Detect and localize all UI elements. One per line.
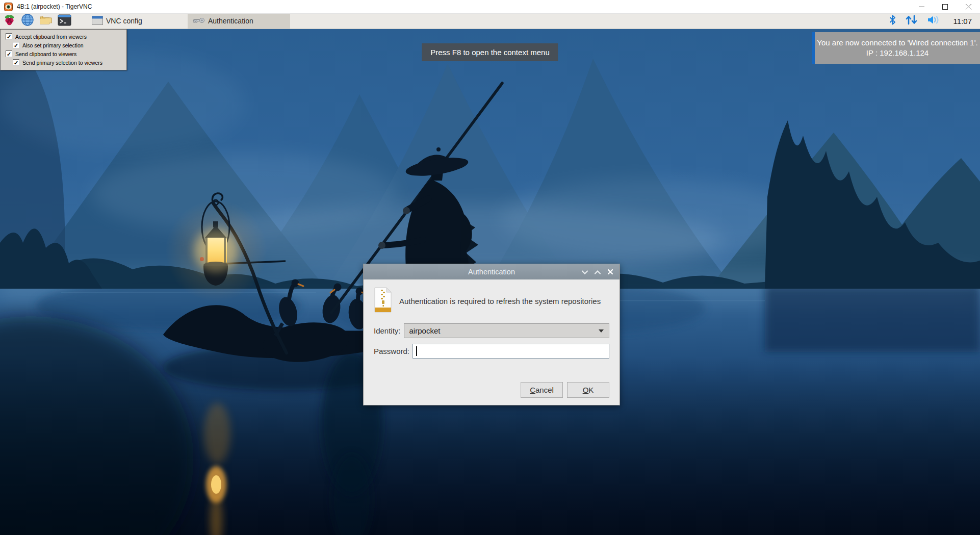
tigervnc-window: 4B:1 (airpocket) - TigerVNC <box>0 0 980 535</box>
checkbox-send-clipboard[interactable]: ✓ <box>6 50 12 57</box>
password-label: Password: <box>374 347 409 355</box>
window-titlebar: 4B:1 (airpocket) - TigerVNC <box>0 0 980 14</box>
vnc-config-panel: ✓ Accept clipboard from viewers ✓ Also s… <box>0 29 127 70</box>
notification-line1: You are now connected to 'Wired connecti… <box>816 38 978 48</box>
terminal-icon <box>58 14 71 28</box>
password-field-wrap <box>412 344 609 359</box>
bluetooth-icon[interactable] <box>889 15 896 27</box>
chevron-down-icon <box>599 329 604 333</box>
password-input[interactable] <box>413 344 609 358</box>
vnc-config-taskbar-button[interactable]: VNC config <box>87 13 154 29</box>
auth-dialog: Authentication Authentication is require… <box>363 264 620 405</box>
pi-taskbar: VNC config Authentication 11:07 <box>0 13 980 29</box>
checkbox-label: Send primary selection to viewers <box>22 60 102 66</box>
taskbar-clock[interactable]: 11:07 <box>953 17 972 26</box>
maximize-button[interactable] <box>933 0 957 13</box>
notification-line2: IP : 192.168.1.124 <box>816 48 978 58</box>
identity-select[interactable]: airpocket <box>404 323 609 338</box>
checkbox-row: ✓ Also set primary selection <box>1 41 126 49</box>
chevron-up-icon <box>595 267 601 276</box>
checkbox-accept-clipboard[interactable]: ✓ <box>6 33 12 40</box>
terminal-launcher[interactable] <box>55 13 73 29</box>
minimize-button[interactable] <box>910 0 933 13</box>
tigervnc-app-icon <box>4 3 13 11</box>
authentication-taskbar-button[interactable]: Authentication <box>188 13 290 29</box>
cancel-button[interactable]: Cancel <box>521 382 563 398</box>
checkbox-label: Send clipboard to viewers <box>15 51 76 57</box>
dialog-close-button[interactable] <box>604 264 616 279</box>
volume-icon[interactable] <box>927 15 941 27</box>
close-button[interactable] <box>957 0 980 13</box>
checkbox-label: Also set primary selection <box>22 42 84 48</box>
check-icon: ✓ <box>7 34 11 39</box>
check-icon: ✓ <box>14 60 18 65</box>
text-caret <box>416 346 417 356</box>
checkbox-label: Accept clipboard from viewers <box>15 34 87 40</box>
f8-context-menu-toast: Press F8 to open the context menu <box>422 43 558 61</box>
dialog-body: Authentication is required to refresh th… <box>364 279 620 405</box>
dialog-titlebar[interactable]: Authentication <box>364 264 620 279</box>
window-icon <box>92 16 103 27</box>
checkbox-row: ✓ Send clipboard to viewers <box>1 49 126 58</box>
system-tray: 11:07 <box>889 15 980 27</box>
ok-button[interactable]: OK <box>567 382 609 398</box>
check-icon: ✓ <box>14 43 18 48</box>
dialog-shade-button[interactable] <box>578 264 591 279</box>
network-notification[interactable]: You are now connected to 'Wired connecti… <box>812 32 980 64</box>
folder-icon <box>39 14 53 28</box>
globe-icon <box>21 13 34 29</box>
checkbox-row: ✓ Send primary selection to viewers <box>1 58 126 67</box>
key-icon <box>193 17 205 25</box>
web-browser-launcher[interactable] <box>18 13 37 29</box>
network-icon[interactable] <box>905 15 918 27</box>
package-zip-icon <box>374 287 392 315</box>
checkbox-send-primary[interactable]: ✓ <box>13 59 19 66</box>
file-manager-launcher[interactable] <box>37 13 55 29</box>
identity-label: Identity: <box>374 326 401 335</box>
raspberry-icon <box>3 14 16 29</box>
dialog-maximize-button[interactable] <box>591 264 604 279</box>
taskbar-button-label: VNC config <box>106 17 142 25</box>
identity-selected-value: airpocket <box>409 326 441 335</box>
close-icon <box>608 267 613 276</box>
window-title: 4B:1 (airpocket) - TigerVNC <box>17 3 92 10</box>
checkbox-row: ✓ Accept clipboard from viewers <box>1 32 126 41</box>
check-icon: ✓ <box>7 52 11 57</box>
checkbox-also-primary[interactable]: ✓ <box>13 42 19 48</box>
menu-button[interactable] <box>0 13 18 29</box>
chevron-down-icon <box>582 267 588 276</box>
taskbar-button-label: Authentication <box>208 17 253 25</box>
dialog-message: Authentication is required to refresh th… <box>399 297 601 305</box>
